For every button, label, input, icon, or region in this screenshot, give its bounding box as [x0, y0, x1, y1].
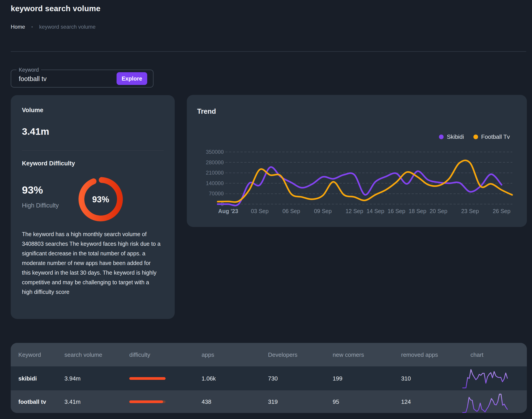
col-header-apps: apps: [202, 351, 214, 358]
volume-value: 3.41m: [22, 126, 49, 137]
volume-card: Volume 3.41m Keyword Difficulty 93% High…: [11, 95, 175, 319]
svg-text:280000: 280000: [206, 159, 224, 165]
col-header-difficulty: difficulty: [129, 351, 150, 358]
svg-text:210000: 210000: [206, 170, 224, 176]
cell-apps: 1.06k: [202, 375, 216, 382]
table-row-football-tv[interactable]: football tv 3.41m 438 319 95 124: [11, 390, 527, 413]
breadcrumb-home-link[interactable]: Home: [11, 24, 25, 30]
breadcrumb-separator-icon: •: [31, 24, 33, 29]
volume-title: Volume: [22, 107, 43, 114]
cell-new-comers: 199: [333, 375, 342, 382]
difficulty-bar: [129, 377, 165, 380]
table-row-skibidi[interactable]: skibidi 3.94m 1.06k 730 199 310: [11, 367, 527, 390]
svg-text:16 Sep: 16 Sep: [388, 208, 405, 214]
difficulty-description: The keyword has a high monthly search vo…: [22, 229, 161, 297]
col-header-chart: chart: [470, 351, 483, 358]
cell-keyword: skibidi: [18, 375, 37, 382]
cell-removed-apps: 310: [401, 375, 411, 382]
svg-text:350000: 350000: [206, 149, 224, 155]
difficulty-donut-label: 93%: [92, 195, 109, 204]
keyword-fieldset: Keyword Explore: [11, 70, 153, 88]
explore-button[interactable]: Explore: [116, 72, 147, 85]
trend-line-chart: 070000140000210000280000350000Aug '2303 …: [187, 95, 527, 227]
table-header-row: Keyword search volume difficulty apps De…: [11, 343, 527, 367]
svg-text:03 Sep: 03 Sep: [251, 208, 268, 214]
svg-text:14 Sep: 14 Sep: [367, 208, 384, 214]
col-header-search-volume: search volume: [64, 351, 102, 358]
difficulty-percent: 93%: [22, 184, 43, 196]
svg-text:09 Sep: 09 Sep: [314, 208, 331, 214]
col-header-keyword: Keyword: [18, 351, 41, 358]
page-title: keyword search volume: [11, 4, 101, 13]
col-header-developers: Developers: [268, 351, 298, 358]
svg-text:06 Sep: 06 Sep: [282, 208, 300, 214]
svg-text:26 Sep: 26 Sep: [493, 208, 510, 214]
cell-removed-apps: 124: [401, 398, 411, 405]
svg-text:23 Sep: 23 Sep: [461, 208, 479, 214]
header-divider: [11, 51, 526, 52]
breadcrumb-current: keyword search volume: [39, 24, 96, 30]
difficulty-donut-chart: 93%: [77, 176, 124, 223]
cell-keyword: football tv: [18, 398, 46, 405]
trend-card: Trend Skibidi Football Tv 07000014000021…: [187, 95, 527, 227]
col-header-new-comers: new comers: [333, 351, 364, 358]
cell-new-comers: 95: [333, 398, 339, 405]
svg-text:140000: 140000: [206, 180, 224, 186]
keyword-input[interactable]: [18, 70, 113, 88]
cell-search-volume: 3.41m: [64, 398, 81, 405]
card-divider: [22, 150, 164, 151]
svg-text:18 Sep: 18 Sep: [408, 208, 426, 214]
cell-developers: 319: [268, 398, 278, 405]
col-header-removed-apps: removed apps: [401, 351, 438, 358]
svg-text:Aug '23: Aug '23: [218, 208, 238, 214]
svg-text:70000: 70000: [209, 190, 224, 196]
cell-apps: 438: [202, 398, 211, 405]
difficulty-level: High Difficulty: [22, 202, 59, 209]
difficulty-bar: [129, 400, 165, 403]
keyword-difficulty-title: Keyword Difficulty: [22, 160, 75, 167]
keywords-table: Keyword search volume difficulty apps De…: [11, 343, 527, 413]
sparkline-football-tv: [462, 393, 508, 413]
sparkline-skibidi: [462, 368, 508, 389]
cell-search-volume: 3.94m: [64, 375, 81, 382]
svg-text:20 Sep: 20 Sep: [430, 208, 447, 214]
breadcrumb: Home • keyword search volume: [11, 24, 96, 30]
cell-developers: 730: [268, 375, 278, 382]
svg-text:12 Sep: 12 Sep: [345, 208, 363, 214]
